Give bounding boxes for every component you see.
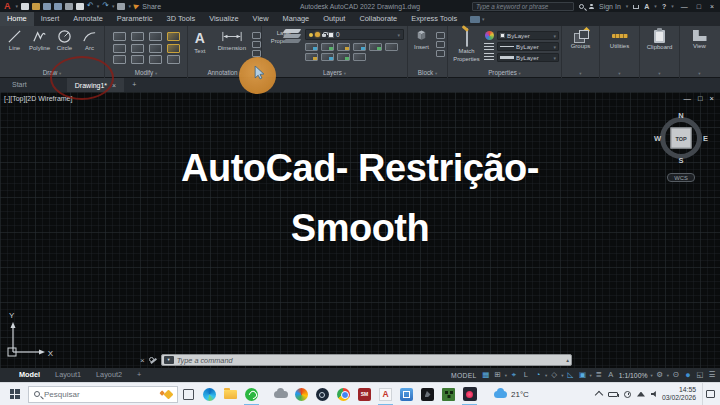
tab-annotate[interactable]: Annotate [66, 12, 110, 26]
search-icon[interactable] [579, 4, 584, 9]
viewport-minimize-button[interactable]: — [684, 94, 692, 103]
tray-expand-icon[interactable] [595, 391, 603, 399]
layer-thaw-all-icon[interactable] [321, 53, 334, 61]
autocad-app[interactable]: A [375, 383, 396, 405]
match-properties-tool[interactable]: Match Properties [452, 29, 481, 62]
panel-groups[interactable]: Groups ▾ [562, 26, 600, 78]
text-style-icon[interactable] [252, 50, 261, 57]
polar-caret-icon[interactable]: ▾ [545, 373, 547, 378]
layer-lock-icon[interactable] [353, 43, 366, 51]
autocad-logo-icon[interactable]: A [4, 1, 11, 11]
stretch-icon[interactable] [167, 32, 180, 41]
graphics-performance-icon[interactable]: ● [683, 369, 693, 381]
action-center-button[interactable] [702, 383, 718, 405]
help-caret-icon[interactable]: ▾ [671, 3, 674, 9]
task-view-button[interactable] [178, 383, 199, 405]
fillet-icon[interactable] [149, 44, 162, 53]
sign-in-button[interactable]: Sign In [599, 3, 621, 10]
gear-caret-icon[interactable]: ▾ [667, 373, 669, 378]
layer-walk-icon[interactable] [353, 53, 366, 61]
close-button[interactable]: × [708, 3, 716, 10]
viewcube-top-face[interactable]: TOP [671, 128, 692, 149]
onedrive-app[interactable] [270, 383, 291, 405]
qat-caret-icon[interactable]: ▾ [128, 3, 131, 9]
tab-express-tools[interactable]: Express Tools [404, 12, 464, 26]
viewcube-east[interactable]: E [703, 134, 708, 143]
panel-properties-footer[interactable]: Properties ▾ [448, 68, 561, 78]
undo-icon[interactable]: ↶ [87, 1, 94, 11]
clean-screen-icon[interactable]: ◱ [695, 369, 705, 381]
color-wheel-icon[interactable] [485, 31, 494, 40]
polar-tracking-icon[interactable]: ◔ [533, 369, 543, 381]
app-menu-caret-icon[interactable]: ▾ [16, 3, 19, 9]
command-close-icon[interactable]: × [140, 356, 145, 365]
viewport-restore-button[interactable]: □ [698, 94, 703, 103]
tab-home[interactable]: Home [0, 12, 34, 26]
array-icon[interactable] [131, 55, 144, 64]
panel-clipboard[interactable]: Clipboard ▾ [640, 26, 680, 78]
dimension-tool[interactable]: Dimension [216, 29, 248, 57]
tab-parametric[interactable]: Parametric [110, 12, 160, 26]
dynamic-input-icon[interactable]: ⌖ [509, 369, 519, 381]
tab-layout2[interactable]: Layout2 [89, 368, 129, 382]
save-icon[interactable] [43, 3, 51, 10]
isolate-objects-icon[interactable]: ʘ [671, 369, 681, 381]
whatsapp-app[interactable] [241, 383, 262, 405]
blue-square-app[interactable] [396, 383, 417, 405]
explode-icon[interactable] [167, 44, 180, 53]
tab-3d-tools[interactable]: 3D Tools [160, 12, 203, 26]
isodraft-icon[interactable]: ◇ [549, 369, 559, 381]
lineweight-list-icon[interactable] [484, 53, 494, 60]
plot-icon[interactable] [65, 3, 73, 10]
erase-icon[interactable] [167, 55, 180, 64]
settings-gear-icon[interactable]: ⚙ [655, 369, 665, 381]
tab-drawing1[interactable]: Drawing1* × [67, 78, 124, 92]
steam-app[interactable] [312, 383, 333, 405]
leader-icon[interactable] [252, 32, 261, 39]
weather-widget[interactable]: 21°C [494, 390, 529, 399]
tab-layout1[interactable]: Layout1 [48, 368, 88, 382]
annotation-scale-value[interactable]: 1:1/100% [619, 372, 648, 379]
customization-menu-icon[interactable]: ☰ [707, 369, 717, 381]
table-icon[interactable] [252, 41, 261, 48]
command-prompt-icon[interactable]: ▾ [164, 356, 174, 364]
featured-apps-icon[interactable]: ▾ [470, 12, 485, 26]
new-drawing-tab-button[interactable]: + [132, 78, 136, 92]
linetype-dropdown[interactable]: ByLayer ▾ [497, 53, 559, 62]
command-expand-icon[interactable]: ▴ [566, 357, 569, 363]
panel-layers-footer[interactable]: Layers ▾ [262, 68, 407, 78]
lineweight-dropdown[interactable]: ByLayer ▾ [497, 42, 559, 51]
tab-output[interactable]: Output [316, 12, 352, 26]
panel-view[interactable]: View ▾ [680, 26, 719, 78]
panel-utilities[interactable]: Utilities ▾ [600, 26, 640, 78]
undo-caret-icon[interactable]: ▾ [97, 3, 100, 9]
viewport-controls[interactable]: [-][Top][2D Wireframe] [4, 95, 72, 102]
start-button[interactable] [4, 383, 25, 405]
open-file-icon[interactable] [32, 3, 40, 10]
line-tool[interactable]: Line [2, 29, 27, 51]
osnap-caret-icon[interactable]: ▾ [589, 373, 591, 378]
layer-dropdown[interactable]: 0 ▾ [305, 29, 404, 40]
circle-tool[interactable]: Circle [52, 29, 77, 51]
autodesk-app-icon[interactable]: A [644, 3, 649, 10]
modify-tools-grid[interactable] [105, 28, 187, 64]
layer-off-icon[interactable] [305, 43, 318, 51]
command-customize-icon[interactable] [149, 356, 157, 364]
scale-caret-icon[interactable]: ▾ [650, 373, 652, 378]
network-icon[interactable] [637, 392, 645, 397]
office-app[interactable] [291, 383, 312, 405]
minecraft-app[interactable] [438, 383, 459, 405]
tab-collaborate[interactable]: Collaborate [352, 12, 404, 26]
viewcube-north[interactable]: N [678, 111, 683, 120]
tab-close-icon[interactable]: × [112, 82, 116, 89]
viewcube-south[interactable]: S [678, 156, 683, 165]
panel-groups-footer[interactable]: ▾ [562, 68, 599, 78]
chrome-app[interactable] [333, 383, 354, 405]
tab-visualize[interactable]: Visualize [202, 12, 245, 26]
panel-utilities-footer[interactable]: ▾ [600, 68, 639, 78]
share-button[interactable]: Share [142, 3, 161, 10]
edit-block-icon[interactable] [436, 41, 445, 48]
taskbar-search-input[interactable] [44, 390, 161, 399]
tab-start[interactable]: Start [0, 78, 39, 92]
print-icon[interactable] [117, 3, 125, 10]
